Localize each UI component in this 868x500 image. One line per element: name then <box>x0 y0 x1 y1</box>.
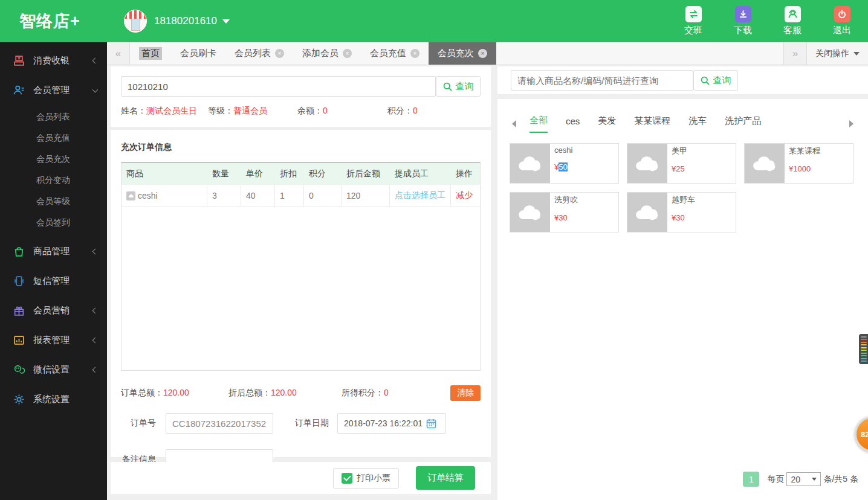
gift-icon <box>13 305 25 316</box>
cash-register-icon <box>13 55 25 66</box>
product-card[interactable]: 某某课程¥1000 <box>744 143 853 184</box>
checkbox-checked-icon[interactable] <box>342 473 352 484</box>
chevron-left-icon <box>92 249 99 255</box>
close-operations-dropdown[interactable]: 关闭操作 <box>806 42 868 65</box>
gear-icon <box>13 394 25 405</box>
goods-search-input[interactable] <box>511 70 693 91</box>
close-icon[interactable]: × <box>275 49 284 58</box>
close-icon[interactable]: × <box>410 49 419 58</box>
category-tab-careproducts[interactable]: 洗护产品 <box>725 115 761 132</box>
tab-member-list[interactable]: 会员列表× <box>225 42 293 65</box>
logout-button[interactable]: 退出 <box>833 6 851 36</box>
tab-member-recharge[interactable]: 会员充值× <box>361 42 429 65</box>
order-date-input[interactable]: 2018-07-23 16:22:01 <box>337 413 446 434</box>
goods-bag-icon <box>13 246 25 257</box>
member-search-input[interactable] <box>121 76 436 97</box>
order-table: 商品 数量 单价 折扣 积分 折后金额 提成员工 操作 ceshi 3 40 1… <box>121 162 481 371</box>
clear-button[interactable]: 清除 <box>450 385 481 401</box>
product-thumb-icon <box>126 191 135 200</box>
member-points-label: 积分： <box>387 106 413 117</box>
sidebar-item-member-list[interactable]: 会员列表 <box>0 106 107 127</box>
caret-down-icon <box>853 52 860 56</box>
order-no-label: 订单号 <box>121 418 156 429</box>
system-gauge-widget <box>859 334 868 364</box>
shift-change-button[interactable]: 交班 <box>684 6 702 36</box>
customer-service-button[interactable]: 客服 <box>783 6 802 36</box>
product-price: 50 <box>559 162 567 171</box>
sidebar-item-goods[interactable]: 商品管理 <box>0 237 107 266</box>
gain-points-label: 所得积分： <box>342 388 384 397</box>
sidebar-item-wechat[interactable]: 微信设置 <box>0 355 107 385</box>
print-receipt-checkbox[interactable]: 打印小票 <box>333 468 399 489</box>
sidebar-item-member-recharge[interactable]: 会员充值 <box>0 127 107 149</box>
shift-swap-icon <box>685 6 702 22</box>
sidebar-item-settings[interactable]: 系统设置 <box>0 385 107 414</box>
tab-home[interactable]: 首页 <box>130 42 171 65</box>
order-table-header: 商品 数量 单价 折扣 积分 折后金额 提成员工 操作 <box>121 163 480 185</box>
chevron-left-icon <box>92 58 99 64</box>
per-page-select[interactable]: 20 <box>786 472 821 486</box>
chevron-down-icon <box>92 86 99 92</box>
sidebar-item-member-checkin[interactable]: 会员签到 <box>0 212 107 233</box>
tab-add-member[interactable]: 添加会员× <box>293 42 361 65</box>
member-query-button[interactable]: 查询 <box>436 76 481 97</box>
download-button[interactable]: 下载 <box>734 6 752 36</box>
sidebar-item-cashier[interactable]: 消费收银 <box>0 46 107 75</box>
categories-scroll-right-icon[interactable] <box>849 120 853 127</box>
app-header: 智络店+ 18180201610 交班 下载 客服 <box>0 0 868 42</box>
select-staff-link[interactable]: 点击选择员工 <box>395 190 445 201</box>
member-name-value: 测试会员生日 <box>146 106 197 117</box>
power-icon <box>834 6 850 22</box>
member-level-label: 等级： <box>208 106 233 117</box>
close-icon[interactable]: × <box>478 49 487 58</box>
product-card[interactable]: 洗剪吹¥30 <box>510 192 619 232</box>
sidebar-item-reports[interactable]: 报表管理 <box>0 325 107 355</box>
category-tab-carwash[interactable]: 洗车 <box>688 115 707 132</box>
total-count-label: 条/共5 条 <box>823 474 858 485</box>
chevron-left-icon <box>92 338 99 344</box>
row-discount: 1 <box>275 185 304 207</box>
product-price: 1000 <box>793 164 811 173</box>
close-icon[interactable]: × <box>343 49 352 58</box>
category-tab-course[interactable]: 某某课程 <box>634 115 670 132</box>
category-tab-ces[interactable]: ces <box>566 116 580 132</box>
sidebar-item-marketing[interactable]: 会员营销 <box>0 296 107 325</box>
product-card[interactable]: ceshi¥50 <box>510 143 619 184</box>
account-phone: 18180201610 <box>154 15 217 27</box>
tab-member-times[interactable]: 会员充次× <box>429 42 496 65</box>
row-qty: 3 <box>207 185 241 207</box>
gain-points-value: 0 <box>384 388 389 397</box>
account-menu[interactable]: 18180201610 <box>124 10 230 33</box>
order-panel: 充次订单信息 商品 数量 单价 折扣 积分 折后金额 提成员工 操作 ceshi… <box>111 130 491 457</box>
order-no-row: 订单号 订单日期 2018-07-23 16:22:01 <box>121 413 481 434</box>
category-tab-hair[interactable]: 美发 <box>598 115 616 132</box>
product-card[interactable]: 越野车¥30 <box>627 192 736 232</box>
product-price: 30 <box>559 213 567 222</box>
discounted-total-label: 折后总额： <box>228 388 271 397</box>
product-card[interactable]: 美甲¥25 <box>627 143 736 184</box>
settle-order-button[interactable]: 订单结算 <box>416 466 475 490</box>
goods-query-button[interactable]: 查询 <box>693 70 738 91</box>
tabs-scroll-left-icon[interactable] <box>107 42 130 65</box>
categories-scroll-left-icon[interactable] <box>512 120 516 127</box>
row-product-name: ceshi <box>138 191 158 200</box>
decrease-link[interactable]: 减少 <box>456 190 473 201</box>
wechat-icon <box>13 364 25 376</box>
order-no-input[interactable] <box>166 413 273 434</box>
category-tab-all[interactable]: 全部 <box>530 115 548 133</box>
members-submenu: 会员列表 会员充值 会员充次 积分变动 会员等级 会员签到 <box>0 105 107 237</box>
row-amount: 120 <box>342 185 390 207</box>
tab-member-swipe[interactable]: 会员刷卡 <box>171 42 225 65</box>
sidebar-item-members[interactable]: 会员管理 <box>0 75 107 105</box>
sidebar-item-sms[interactable]: 短信管理 <box>0 266 107 296</box>
member-search-panel: 查询 姓名：测试会员生日 等级：普通会员 余额：0 积分：0 <box>111 66 491 127</box>
order-total-value: 120.00 <box>163 388 189 397</box>
sidebar-item-member-times[interactable]: 会员充次 <box>0 149 107 170</box>
product-image-placeholder <box>627 193 667 232</box>
tabs-scroll-right-icon[interactable] <box>783 42 806 65</box>
sidebar-item-points-change[interactable]: 积分变动 <box>0 170 107 191</box>
chevron-left-icon <box>92 308 99 314</box>
page-1-button[interactable]: 1 <box>743 472 759 487</box>
sidebar-item-member-level[interactable]: 会员等级 <box>0 191 107 212</box>
report-chart-icon <box>13 335 25 346</box>
